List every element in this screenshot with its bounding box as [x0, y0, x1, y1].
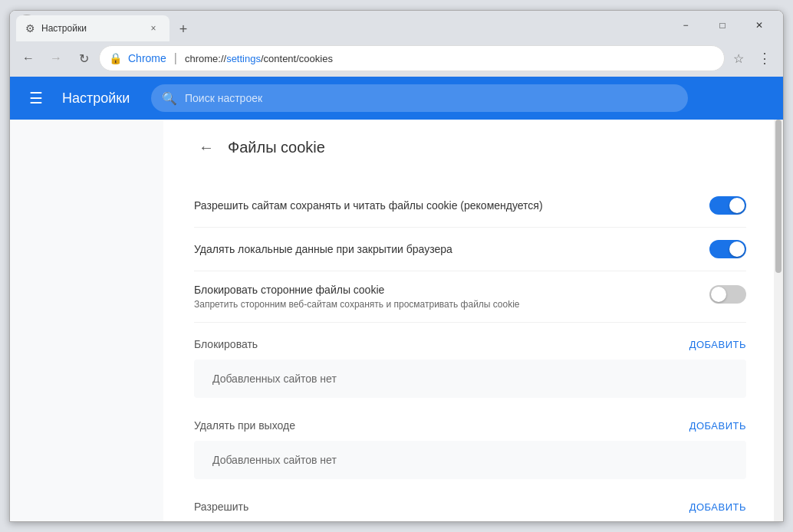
scrollbar-track[interactable]: [774, 120, 783, 521]
search-placeholder: Поиск настроек: [185, 92, 262, 104]
settings-page-inner: ← Файлы cookie Разрешить сайтам сохранят…: [163, 120, 777, 521]
url-path-after: /content/cookies: [261, 53, 333, 64]
block-third-party-label: Блокировать сторонние файлы cookie: [194, 284, 520, 296]
allow-cookies-toggle[interactable]: [709, 196, 746, 215]
hamburger-button[interactable]: ☰: [22, 84, 50, 112]
page-back-button[interactable]: ←: [194, 135, 219, 159]
settings-sidebar: [10, 120, 163, 521]
back-button[interactable]: ←: [16, 46, 41, 71]
delete-on-exit-empty-list: Добавленных сайтов нет: [194, 441, 746, 479]
delete-on-close-toggle[interactable]: [709, 240, 746, 258]
allow-add-button[interactable]: ДОБАВИТЬ: [689, 501, 746, 513]
block-section-header: Блокировать ДОБАВИТЬ: [194, 323, 746, 356]
delete-on-close-row: Удалять локальные данные при закрытии бр…: [194, 228, 746, 271]
tab-close-button[interactable]: ×: [146, 21, 160, 35]
allow-section-header: Разрешить ДОБАВИТЬ: [194, 485, 746, 519]
maximize-button[interactable]: □: [705, 14, 740, 37]
url-brand: Chrome: [128, 52, 166, 64]
active-tab[interactable]: ⚙ Настройки ×: [16, 15, 169, 41]
bookmark-button[interactable]: ☆: [728, 48, 749, 69]
main-content: ☰ Настройки 🔍 Поиск настроек ← Файлы coo…: [10, 77, 783, 521]
minimize-button[interactable]: −: [668, 14, 703, 37]
url-bar[interactable]: 🔒 Chrome | chrome://settings/content/coo…: [99, 45, 725, 71]
new-tab-button[interactable]: +: [173, 18, 194, 40]
delete-on-exit-label: Удалять при выходе: [194, 419, 295, 432]
security-icon: 🔒: [109, 52, 122, 64]
block-third-party-toggle[interactable]: [709, 285, 746, 304]
toggle-thumb-3: [711, 287, 726, 302]
allow-cookies-row: Разрешить сайтам сохранять и читать файл…: [194, 184, 746, 228]
forward-button[interactable]: →: [44, 46, 68, 71]
title-bar: 👤 ⚙ Настройки × + − □ ✕: [10, 11, 783, 40]
block-third-party-labels: Блокировать сторонние файлы cookie Запре…: [194, 284, 520, 310]
allow-cookies-label: Разрешить сайтам сохранять и читать файл…: [194, 199, 543, 212]
delete-on-exit-empty-text: Добавленных сайтов нет: [212, 454, 337, 466]
delete-on-exit-section-header: Удалять при выходе ДОБАВИТЬ: [194, 404, 746, 438]
scrollbar-thumb[interactable]: [775, 120, 781, 273]
block-third-party-row: Блокировать сторонние файлы cookie Запре…: [194, 271, 746, 323]
settings-header: ☰ Настройки 🔍 Поиск настроек: [10, 77, 783, 120]
settings-title: Настройки: [62, 90, 139, 107]
settings-search-bar[interactable]: 🔍 Поиск настроек: [151, 84, 688, 112]
delete-on-close-label: Удалять локальные данные при закрытии бр…: [194, 243, 452, 255]
page-header: ← Файлы cookie: [194, 135, 746, 166]
url-separator: |: [174, 51, 177, 65]
toggle-thumb-2: [729, 241, 745, 257]
tab-settings-icon: ⚙: [25, 22, 35, 34]
reload-button[interactable]: ↻: [71, 46, 96, 71]
allow-section-label: Разрешить: [194, 501, 248, 513]
page-title: Файлы cookie: [228, 139, 325, 156]
window-controls: − □ ✕: [668, 14, 777, 37]
address-bar: ← → ↻ 🔒 Chrome | chrome://settings/conte…: [10, 40, 783, 77]
url-path-before: chrome://: [185, 53, 226, 64]
close-button[interactable]: ✕: [742, 14, 777, 37]
url-path-highlight: settings: [226, 53, 261, 64]
toggle-thumb: [729, 198, 745, 213]
block-empty-text: Добавленных сайтов нет: [212, 373, 337, 385]
block-add-button[interactable]: ДОБАВИТЬ: [689, 339, 746, 350]
tab-title: Настройки: [41, 23, 140, 34]
search-icon: 🔍: [162, 91, 177, 106]
browser-window: 👤 ⚙ Настройки × + − □ ✕ ← → ↻ 🔒 Chrome |…: [9, 10, 784, 522]
chrome-menu-button[interactable]: ⋮: [752, 46, 777, 71]
block-section-label: Блокировать: [194, 338, 258, 350]
block-empty-list: Добавленных сайтов нет: [194, 360, 746, 398]
url-path: chrome://settings/content/cookies: [185, 53, 715, 64]
delete-on-exit-add-button[interactable]: ДОБАВИТЬ: [689, 420, 746, 432]
content-area: ← Файлы cookie Разрешить сайтам сохранят…: [10, 120, 783, 521]
settings-page: ← Файлы cookie Разрешить сайтам сохранят…: [163, 120, 783, 521]
block-third-party-sublabel: Запретить сторонним веб-сайтам сохранять…: [194, 299, 520, 310]
